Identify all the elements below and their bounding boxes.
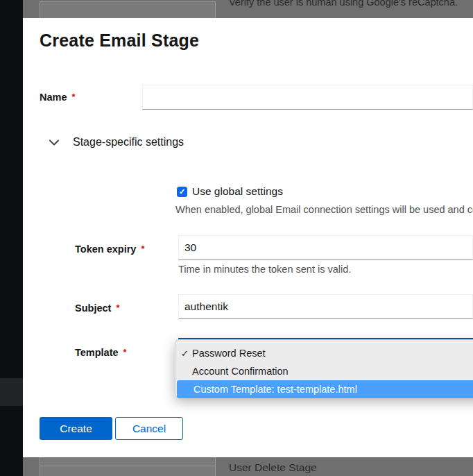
- create-email-stage-modal: Create Email Stage Name* Stage-specific …: [23, 18, 473, 457]
- backdrop-bottom: User Delete Stage: [23, 457, 473, 476]
- token-expiry-help: Time in minutes the token sent is valid.: [178, 264, 351, 275]
- name-label: Name*: [40, 92, 76, 103]
- check-icon: ✓: [181, 348, 192, 359]
- modal-title: Create Email Stage: [40, 31, 199, 51]
- name-input[interactable]: [142, 85, 473, 110]
- use-global-settings-help: When enabled, global Email connection se…: [175, 204, 473, 215]
- subject-input[interactable]: [178, 294, 473, 319]
- template-label: Template*: [75, 347, 127, 358]
- screen: Verify the user is human using Google's …: [0, 0, 473, 476]
- menu-item-custom-template[interactable]: Custom Template: test-template.html: [177, 380, 473, 398]
- menu-item-password-reset[interactable]: ✓ Password Reset: [175, 344, 473, 362]
- backdrop-top: Verify the user is human using Google's …: [23, 0, 473, 18]
- backdrop-bottom-text: User Delete Stage: [229, 461, 317, 474]
- check-icon: ✓: [179, 188, 185, 196]
- token-expiry-label: Token expiry*: [75, 244, 144, 255]
- cancel-button[interactable]: Cancel: [115, 417, 183, 440]
- chevron-down-icon: [49, 139, 59, 146]
- template-dropdown-menu: ✓ Password Reset Account Confirmation Cu…: [175, 339, 473, 398]
- backdrop-table-fragment-top: [40, 1, 216, 18]
- backdrop-top-text: Verify the user is human using Google's …: [229, 0, 458, 8]
- required-asterisk: *: [72, 92, 76, 102]
- menu-item-account-confirmation[interactable]: Account Confirmation: [175, 362, 473, 380]
- token-expiry-input[interactable]: [178, 235, 473, 260]
- section-label: Stage-specific settings: [73, 136, 184, 148]
- backdrop-table-fragment-bottom: [40, 457, 216, 476]
- required-asterisk: *: [141, 244, 144, 254]
- use-global-settings-label: Use global settings: [192, 185, 283, 198]
- subject-label: Subject*: [75, 303, 119, 314]
- required-asterisk: *: [116, 303, 119, 313]
- create-button[interactable]: Create: [40, 417, 112, 440]
- use-global-settings-checkbox[interactable]: ✓: [177, 187, 187, 197]
- app-sidebar: [0, 0, 23, 476]
- backdrop-row-divider: [40, 466, 215, 466]
- required-asterisk: *: [123, 347, 127, 357]
- sidebar-active-item[interactable]: [0, 378, 23, 406]
- section-toggle-stage-specific-settings[interactable]: Stage-specific settings: [49, 136, 184, 148]
